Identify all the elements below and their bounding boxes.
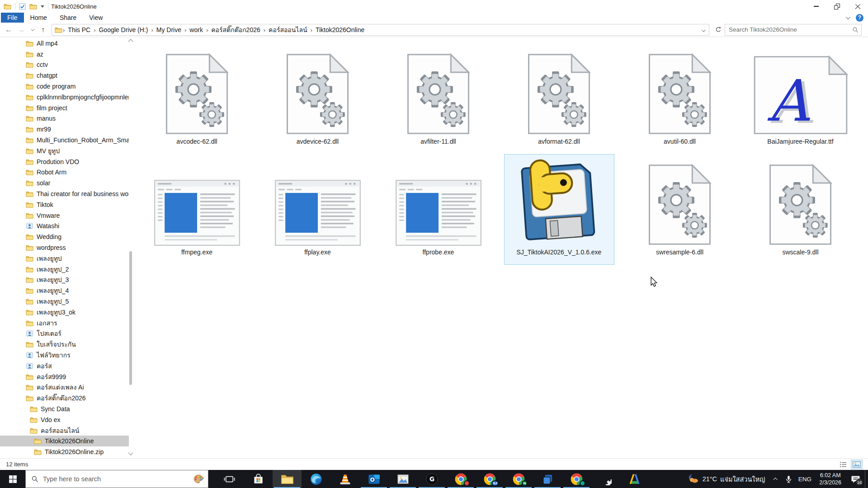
restore-button[interactable] xyxy=(826,0,847,13)
sidebar-item[interactable]: Tiktok xyxy=(0,199,129,210)
help-button[interactable]: ? xyxy=(856,14,863,22)
sidebar-item[interactable]: All mp4 xyxy=(0,38,129,49)
breadcrumb-item[interactable]: คอร์สติ๊กต๊อก2026 xyxy=(208,25,263,34)
scroll-up-icon[interactable] xyxy=(128,39,133,44)
sidebar-item[interactable]: film project xyxy=(0,103,129,113)
sidebar-item[interactable]: เอกสาร xyxy=(0,318,129,328)
language-indicator[interactable]: ENG xyxy=(795,470,815,488)
sidebar-item[interactable]: cctv xyxy=(0,60,129,70)
sidebar-item[interactable]: manus xyxy=(0,113,129,124)
taskbar-logitech-button[interactable] xyxy=(417,470,446,488)
refresh-button[interactable] xyxy=(712,24,724,36)
scroll-down-icon[interactable] xyxy=(128,450,133,455)
sidebar-item[interactable]: Vdo ex xyxy=(0,414,129,425)
file-tile[interactable]: avcodec-62.dll xyxy=(142,43,252,154)
sidebar-item[interactable]: Thai creator for real business workshop xyxy=(0,188,129,199)
taskbar-task-view-button[interactable] xyxy=(215,470,244,488)
sidebar-item[interactable]: Vmware xyxy=(0,210,129,221)
microphone-tray-button[interactable] xyxy=(782,470,795,488)
file-tile[interactable]: avformat-62.dll xyxy=(504,43,614,154)
sidebar-item[interactable]: cplklnmnlbnpmjogncfgfijoopmnlemp xyxy=(0,92,129,103)
taskbar-outlook-button[interactable] xyxy=(359,470,388,488)
taskbar-chrome-n-button[interactable]: N xyxy=(504,470,533,488)
sidebar-item[interactable]: Sync Data xyxy=(0,404,129,414)
sidebar-item[interactable]: mr99 xyxy=(0,124,129,135)
recent-locations-chevron-icon[interactable] xyxy=(28,24,36,36)
taskbar-store-button[interactable] xyxy=(244,470,273,488)
taskbar-search-input[interactable] xyxy=(43,475,188,483)
taskbar-explorer-button[interactable] xyxy=(273,470,302,488)
breadcrumb-item[interactable]: My Drive xyxy=(154,25,184,34)
sidebar-item[interactable]: ใบเสร็จประกัน xyxy=(0,339,129,350)
breadcrumb-item[interactable]: คอร์สออนไลน์ xyxy=(266,25,310,34)
sidebar-item[interactable]: เพลงยูทูป xyxy=(0,253,129,264)
forward-button[interactable]: → xyxy=(15,24,27,36)
start-button[interactable] xyxy=(0,470,25,488)
breadcrumb-item[interactable]: Google Drive (H:) xyxy=(96,25,151,34)
expand-ribbon-chevron-icon[interactable] xyxy=(846,15,850,19)
sidebar-item[interactable]: เพลงยูทูป3_ok xyxy=(0,307,129,318)
sidebar-item[interactable]: Prodution VDO xyxy=(0,156,129,167)
tab-share[interactable]: Share xyxy=(53,13,83,23)
taskbar-drive-button[interactable] xyxy=(620,470,649,488)
sidebar-item[interactable]: az xyxy=(0,49,129,60)
sidebar-item[interactable]: ไฟล์วิทยากร xyxy=(0,350,129,361)
hidden-icons-button[interactable] xyxy=(769,470,782,488)
sidebar-item[interactable]: wordpress xyxy=(0,242,129,253)
sidebar-item[interactable]: เพลงยูทูป_5 xyxy=(0,296,129,307)
sidebar-item[interactable]: เพลงยูทูป_4 xyxy=(0,285,129,296)
sidebar-item[interactable]: MV ยูทูป xyxy=(0,145,129,156)
file-tile[interactable]: ffmpeg.exe xyxy=(142,154,252,265)
file-tile[interactable]: avutil-60.dll xyxy=(625,43,735,154)
taskbar-edge-button[interactable] xyxy=(302,470,330,488)
customize-toolbar-chevron-icon[interactable] xyxy=(41,5,44,8)
sidebar-item[interactable]: คอร์สออนไลน์ xyxy=(0,425,129,436)
new-folder-button[interactable] xyxy=(29,3,37,9)
sidebar-item[interactable]: Tiktok2026Online.zip xyxy=(0,446,129,457)
sidebar-item[interactable]: เพลงยูทูป_3 xyxy=(0,275,129,286)
weather-widget[interactable]: 21°C แจ่มใสส่วนใหญ่ xyxy=(683,470,770,488)
file-tile[interactable]: swscale-9.dll xyxy=(745,154,856,265)
taskbar-search-box[interactable] xyxy=(25,470,208,488)
file-tile[interactable]: BaiJamjuree-Regular.ttf xyxy=(745,43,856,154)
sidebar-item[interactable]: Tiktok2026Online xyxy=(0,436,129,446)
sidebar-item[interactable]: คอร์สแต่งเพลง Ai xyxy=(0,382,129,393)
file-tile[interactable]: swresample-6.dll xyxy=(625,154,735,265)
sidebar-item[interactable]: Multi_Function_Robot_Arm_Smart_Car xyxy=(0,135,129,145)
file-tile[interactable]: avfilter-11.dll xyxy=(383,43,494,154)
minimize-button[interactable] xyxy=(806,0,826,13)
file-list-pane[interactable]: avcodec-62.dllavdevice-62.dllavfilter-11… xyxy=(134,37,868,458)
file-tile[interactable]: ffplay.exe xyxy=(263,154,373,265)
up-button[interactable]: ↑ xyxy=(37,24,49,36)
file-tile[interactable]: ffprobe.exe xyxy=(383,154,494,265)
taskbar-photos-button[interactable] xyxy=(388,470,417,488)
sidebar-item[interactable]: chatgpt xyxy=(0,70,129,81)
clock[interactable]: 6:02 AM 2/3/2026 xyxy=(815,470,846,488)
address-dropdown-chevron-icon[interactable] xyxy=(699,26,707,34)
taskbar-settings-button[interactable] xyxy=(591,470,620,488)
breadcrumb-item[interactable]: work xyxy=(187,25,206,34)
taskbar-sets-button[interactable] xyxy=(533,470,562,488)
address-bar[interactable]: ›This PC›Google Drive (H:)›My Drive›work… xyxy=(52,24,709,36)
large-icons-view-button[interactable] xyxy=(851,460,863,469)
taskbar-vlc-button[interactable] xyxy=(330,470,359,488)
sidebar-item[interactable]: Watashi xyxy=(0,221,129,232)
sidebar-item[interactable]: Wedding xyxy=(0,231,129,242)
scrollbar-thumb[interactable] xyxy=(129,251,132,385)
file-tile[interactable]: avdevice-62.dll xyxy=(263,43,373,154)
sidebar-item[interactable]: คอร์ส xyxy=(0,361,129,371)
taskbar-chrome-sj-button[interactable]: SJ xyxy=(475,470,504,488)
tab-file[interactable]: File xyxy=(1,13,24,23)
explorer-search-box[interactable] xyxy=(725,24,862,36)
details-view-button[interactable] xyxy=(837,460,849,469)
sidebar-item[interactable]: โปสเตอร์ xyxy=(0,328,129,339)
taskbar-chrome-red-button[interactable] xyxy=(446,470,475,488)
file-tile[interactable]: SJ_TiktokAI2026_V_1.0.6.exe xyxy=(504,154,614,265)
sidebar-item[interactable]: เพลงยูทูป_2 xyxy=(0,264,129,275)
action-center-button[interactable]: 16 xyxy=(846,470,865,488)
sidebar-item[interactable]: Robot Arm xyxy=(0,167,129,178)
sidebar-item[interactable]: คอร์สติ๊กต๊อก2026 xyxy=(0,393,129,404)
show-desktop-button[interactable] xyxy=(865,470,868,488)
sidebar-item[interactable]: คอร์ส9999 xyxy=(0,371,129,382)
breadcrumb-item[interactable]: This PC xyxy=(65,25,93,34)
